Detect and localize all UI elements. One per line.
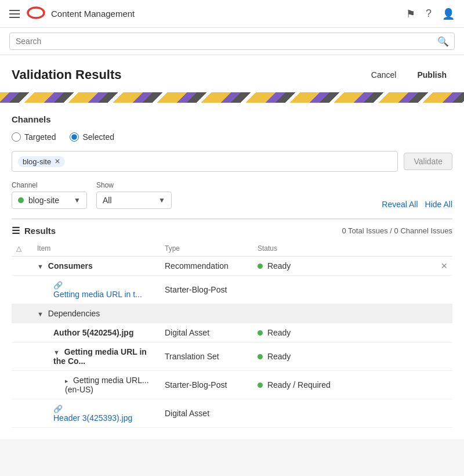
row-type-cell: Digital Asset xyxy=(160,399,253,428)
row-item-label: Consumers xyxy=(48,261,93,271)
search-icon: 🔍 xyxy=(437,36,449,47)
row-warning-cell xyxy=(12,399,32,428)
show-dropdown[interactable]: All ▼ xyxy=(96,192,172,209)
hide-all-button[interactable]: Hide All xyxy=(425,200,452,209)
results-header: ☰ Results 0 Total Issues / 0 Channel Iss… xyxy=(12,218,452,241)
row-status-cell: Ready / Required xyxy=(253,371,452,399)
channel-dropdown-group: Channel blog-site ▼ xyxy=(12,181,87,209)
row-item-cell: Author 5(420254).jpg xyxy=(32,323,160,342)
row-item-label: Getting media URL... (en-US) xyxy=(65,376,149,394)
radio-selected-label: Selected xyxy=(82,132,114,142)
header-actions: Cancel Publish xyxy=(365,67,452,83)
tag-input-row: blog-site ✕ Validate xyxy=(12,151,452,172)
channel-dropdown-label: Channel xyxy=(12,181,87,189)
table-row: ▸ Getting media URL... (en-US) Starter-B… xyxy=(12,371,452,399)
user-icon[interactable]: 👤 xyxy=(442,8,455,20)
row-status-cell: Ready ✕ xyxy=(253,257,452,276)
row-item-label: Author 5(420254).jpg xyxy=(53,328,133,337)
results-list-icon: ☰ xyxy=(12,225,20,236)
channel-status-dot xyxy=(18,197,24,203)
radio-targeted-label: Targeted xyxy=(24,132,56,142)
item-link[interactable]: Getting media URL in t... xyxy=(53,290,155,299)
search-wrapper: 🔍 xyxy=(9,33,455,50)
table-row: ▼ Getting media URL in the Co... Transla… xyxy=(12,342,452,371)
item-link[interactable]: Header 3(425393).jpg xyxy=(53,413,155,423)
decorative-banner xyxy=(0,92,464,103)
row-type-cell: Recommendation xyxy=(160,257,253,276)
channel-dropdown-arrow: ▼ xyxy=(74,196,81,204)
row-type-cell: Digital Asset xyxy=(160,323,253,342)
tag-input-box[interactable]: blog-site ✕ xyxy=(12,151,398,172)
channels-section: Channels Targeted Selected blog-site ✕ xyxy=(12,114,452,209)
publish-button[interactable]: Publish xyxy=(411,67,452,83)
row-item-cell: 🔗 Header 3(425393).jpg xyxy=(32,399,160,428)
table-row: ▼ Consumers Recommendation Ready ✕ xyxy=(12,257,452,276)
expand-icon[interactable]: ▼ xyxy=(37,311,44,318)
results-label: Results xyxy=(24,226,56,236)
reveal-all-button[interactable]: Reveal All xyxy=(382,200,418,209)
tag-close-icon[interactable]: ✕ xyxy=(55,157,60,165)
cancel-button[interactable]: Cancel xyxy=(365,67,403,83)
row-item-label: Dependencies xyxy=(48,309,100,318)
status-dot xyxy=(258,264,263,269)
tag-blog-site: blog-site ✕ xyxy=(18,156,65,167)
row-item-cell: ▼ Consumers xyxy=(32,257,160,276)
status-label: Ready / Required xyxy=(267,380,331,390)
row-warning-cell xyxy=(12,276,32,304)
row-item-cell: ▼ Getting media URL in the Co... xyxy=(32,342,160,371)
main-content: Validation Results Cancel Publish Channe… xyxy=(0,55,464,439)
hamburger-menu[interactable] xyxy=(9,10,20,18)
row-status-cell: Ready xyxy=(253,323,452,342)
nav-icons: ⚑ ? 👤 xyxy=(406,8,455,20)
warning-triangle-icon: △ xyxy=(16,244,21,253)
show-dropdown-value: All xyxy=(103,196,112,205)
status-label: Ready xyxy=(267,328,291,337)
channel-dropdown-value: blog-site xyxy=(28,196,59,205)
app-title: Content Management xyxy=(51,9,406,19)
link-icon: 🔗 xyxy=(53,405,63,413)
radio-targeted-input[interactable] xyxy=(12,132,21,142)
table-row: ▼ Dependencies xyxy=(12,304,452,323)
channel-dropdown[interactable]: blog-site ▼ xyxy=(12,192,87,209)
expand-icon[interactable]: ▼ xyxy=(37,263,44,270)
expand-icon[interactable]: ▼ xyxy=(53,349,60,356)
status-dot xyxy=(258,354,263,359)
page-header: Validation Results Cancel Publish xyxy=(0,55,464,92)
row-item-cell: ▼ Dependencies xyxy=(32,304,160,323)
row-item-label: Getting media URL in the Co... xyxy=(53,347,147,366)
radio-selected[interactable]: Selected xyxy=(70,132,114,142)
status-dot xyxy=(258,330,263,336)
row-item-cell: 🔗 Getting media URL in t... xyxy=(32,276,160,304)
row-type-cell: Starter-Blog-Post xyxy=(160,276,253,304)
radio-targeted[interactable]: Targeted xyxy=(12,132,56,142)
th-type: Type xyxy=(160,241,253,257)
svg-point-0 xyxy=(28,8,44,18)
results-section: ☰ Results 0 Total Issues / 0 Channel Iss… xyxy=(12,218,452,428)
row-item-cell: ▸ Getting media URL... (en-US) xyxy=(32,371,160,399)
help-icon[interactable]: ? xyxy=(426,8,432,20)
search-bar: 🔍 xyxy=(0,28,464,55)
dropdowns-row: Channel blog-site ▼ Show All ▼ Reveal A xyxy=(12,181,452,209)
expand-icon[interactable]: ▸ xyxy=(65,377,68,384)
search-input[interactable] xyxy=(9,33,455,50)
row-status-cell xyxy=(253,304,452,323)
row-status-cell xyxy=(253,399,452,428)
show-dropdown-label: Show xyxy=(96,181,172,189)
row-warning-cell xyxy=(12,257,32,276)
tag-label: blog-site xyxy=(23,157,51,166)
reveal-hide-links: Reveal All Hide All xyxy=(382,200,452,209)
row-status-cell xyxy=(253,276,452,304)
radio-selected-input[interactable] xyxy=(70,132,79,142)
row-warning-cell xyxy=(12,342,32,371)
row-type-cell xyxy=(160,304,253,323)
close-icon[interactable]: ✕ xyxy=(441,261,448,271)
show-dropdown-arrow: ▼ xyxy=(158,196,165,204)
show-dropdown-group: Show All ▼ xyxy=(96,181,172,209)
th-warning: △ xyxy=(12,241,32,257)
validate-button[interactable]: Validate xyxy=(404,153,452,170)
table-row: 🔗 Header 3(425393).jpg Digital Asset xyxy=(12,399,452,428)
row-warning-cell xyxy=(12,323,32,342)
results-stats: 0 Total Issues / 0 Channel Issues xyxy=(342,226,452,235)
flag-icon[interactable]: ⚑ xyxy=(406,8,415,20)
status-label: Ready xyxy=(267,352,291,361)
